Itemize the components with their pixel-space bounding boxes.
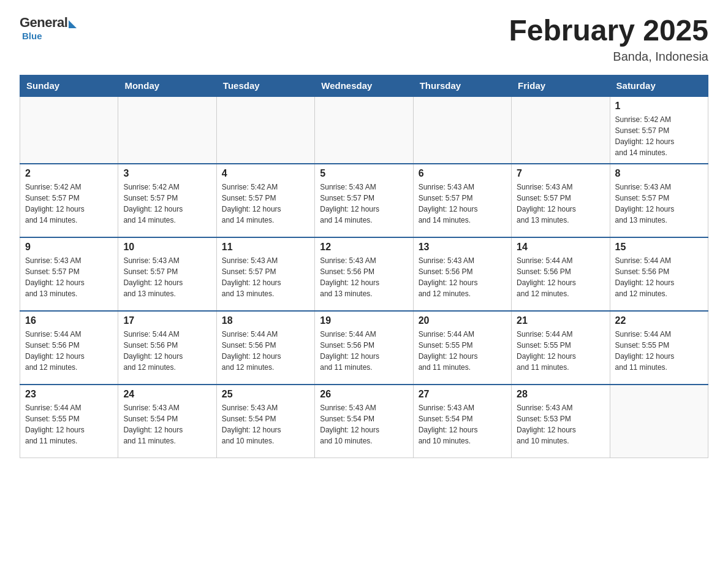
month-title: February 2025 (509, 15, 708, 47)
day-number: 20 (419, 315, 506, 326)
day-info: Sunrise: 5:44 AMSunset: 5:56 PMDaylight:… (25, 329, 113, 373)
day-info: Sunrise: 5:44 AMSunset: 5:56 PMDaylight:… (320, 329, 408, 373)
calendar-cell: 18Sunrise: 5:44 AMSunset: 5:56 PMDayligh… (216, 311, 314, 385)
day-number: 23 (25, 389, 113, 400)
day-info: Sunrise: 5:44 AMSunset: 5:56 PMDaylight:… (123, 329, 211, 373)
calendar-cell: 1Sunrise: 5:42 AMSunset: 5:57 PMDaylight… (610, 96, 708, 164)
calendar-cell: 16Sunrise: 5:44 AMSunset: 5:56 PMDayligh… (20, 311, 118, 385)
calendar-week-row: 1Sunrise: 5:42 AMSunset: 5:57 PMDaylight… (20, 96, 708, 164)
day-number: 3 (123, 168, 211, 179)
day-info: Sunrise: 5:43 AMSunset: 5:57 PMDaylight:… (419, 182, 506, 226)
calendar-cell (610, 385, 708, 458)
day-info: Sunrise: 5:42 AMSunset: 5:57 PMDaylight:… (222, 182, 309, 226)
day-info: Sunrise: 5:43 AMSunset: 5:56 PMDaylight:… (419, 255, 506, 299)
calendar-cell: 8Sunrise: 5:43 AMSunset: 5:57 PMDaylight… (610, 164, 708, 237)
calendar-cell: 19Sunrise: 5:44 AMSunset: 5:56 PMDayligh… (315, 311, 413, 385)
day-number: 24 (123, 389, 211, 400)
calendar-cell: 2Sunrise: 5:42 AMSunset: 5:57 PMDaylight… (20, 164, 118, 237)
day-number: 10 (123, 242, 211, 253)
weekday-header-wednesday: Wednesday (315, 75, 413, 96)
calendar-cell: 7Sunrise: 5:43 AMSunset: 5:57 PMDaylight… (512, 164, 610, 237)
calendar-cell (216, 96, 314, 164)
calendar-week-row: 2Sunrise: 5:42 AMSunset: 5:57 PMDaylight… (20, 164, 708, 237)
day-info: Sunrise: 5:44 AMSunset: 5:55 PMDaylight:… (25, 402, 113, 446)
calendar-week-row: 23Sunrise: 5:44 AMSunset: 5:55 PMDayligh… (20, 385, 708, 458)
title-area: February 2025 Banda, Indonesia (509, 15, 708, 64)
day-number: 9 (25, 242, 113, 253)
calendar-cell: 23Sunrise: 5:44 AMSunset: 5:55 PMDayligh… (20, 385, 118, 458)
calendar-cell: 28Sunrise: 5:43 AMSunset: 5:53 PMDayligh… (512, 385, 610, 458)
day-number: 12 (320, 242, 408, 253)
day-number: 17 (123, 315, 211, 326)
weekday-header-monday: Monday (118, 75, 216, 96)
weekday-header-thursday: Thursday (413, 75, 511, 96)
weekday-header-saturday: Saturday (610, 75, 708, 96)
day-info: Sunrise: 5:43 AMSunset: 5:57 PMDaylight:… (517, 182, 604, 226)
day-info: Sunrise: 5:43 AMSunset: 5:57 PMDaylight:… (25, 255, 113, 299)
day-number: 8 (615, 168, 703, 179)
day-number: 11 (222, 242, 309, 253)
weekday-header-friday: Friday (512, 75, 610, 96)
calendar-cell: 27Sunrise: 5:43 AMSunset: 5:54 PMDayligh… (413, 385, 511, 458)
calendar-cell: 15Sunrise: 5:44 AMSunset: 5:56 PMDayligh… (610, 237, 708, 311)
day-number: 16 (25, 315, 113, 326)
day-info: Sunrise: 5:43 AMSunset: 5:54 PMDaylight:… (222, 402, 309, 446)
calendar-cell: 4Sunrise: 5:42 AMSunset: 5:57 PMDaylight… (216, 164, 314, 237)
day-info: Sunrise: 5:44 AMSunset: 5:55 PMDaylight:… (615, 329, 703, 373)
day-info: Sunrise: 5:43 AMSunset: 5:54 PMDaylight:… (419, 402, 506, 446)
calendar-cell: 5Sunrise: 5:43 AMSunset: 5:57 PMDaylight… (315, 164, 413, 237)
calendar-cell (20, 96, 118, 164)
calendar-cell: 12Sunrise: 5:43 AMSunset: 5:56 PMDayligh… (315, 237, 413, 311)
calendar-cell: 14Sunrise: 5:44 AMSunset: 5:56 PMDayligh… (512, 237, 610, 311)
calendar-cell: 25Sunrise: 5:43 AMSunset: 5:54 PMDayligh… (216, 385, 314, 458)
day-number: 6 (419, 168, 506, 179)
day-info: Sunrise: 5:43 AMSunset: 5:53 PMDaylight:… (517, 402, 604, 446)
weekday-header-sunday: Sunday (20, 75, 118, 96)
calendar-cell: 11Sunrise: 5:43 AMSunset: 5:57 PMDayligh… (216, 237, 314, 311)
calendar-cell: 13Sunrise: 5:43 AMSunset: 5:56 PMDayligh… (413, 237, 511, 311)
day-number: 7 (517, 168, 604, 179)
day-info: Sunrise: 5:44 AMSunset: 5:56 PMDaylight:… (517, 255, 604, 299)
day-number: 5 (320, 168, 408, 179)
weekday-header-row: SundayMondayTuesdayWednesdayThursdayFrid… (20, 75, 708, 96)
calendar-cell (315, 96, 413, 164)
calendar-cell: 6Sunrise: 5:43 AMSunset: 5:57 PMDaylight… (413, 164, 511, 237)
calendar-cell (118, 96, 216, 164)
calendar-cell: 20Sunrise: 5:44 AMSunset: 5:55 PMDayligh… (413, 311, 511, 385)
day-number: 18 (222, 315, 309, 326)
day-number: 21 (517, 315, 604, 326)
calendar-week-row: 9Sunrise: 5:43 AMSunset: 5:57 PMDaylight… (20, 237, 708, 311)
day-number: 1 (615, 101, 703, 112)
location-text: Banda, Indonesia (509, 50, 708, 64)
day-number: 22 (615, 315, 703, 326)
day-info: Sunrise: 5:44 AMSunset: 5:56 PMDaylight:… (615, 255, 703, 299)
day-info: Sunrise: 5:44 AMSunset: 5:55 PMDaylight:… (419, 329, 506, 373)
logo-general-text: General (20, 15, 67, 31)
day-info: Sunrise: 5:43 AMSunset: 5:57 PMDaylight:… (222, 255, 309, 299)
day-info: Sunrise: 5:43 AMSunset: 5:57 PMDaylight:… (615, 182, 703, 226)
day-info: Sunrise: 5:42 AMSunset: 5:57 PMDaylight:… (123, 182, 211, 226)
day-info: Sunrise: 5:43 AMSunset: 5:54 PMDaylight:… (123, 402, 211, 446)
page-header: General Blue February 2025 Banda, Indone… (20, 15, 708, 64)
day-info: Sunrise: 5:43 AMSunset: 5:57 PMDaylight:… (320, 182, 408, 226)
day-number: 15 (615, 242, 703, 253)
day-number: 26 (320, 389, 408, 400)
calendar-cell: 22Sunrise: 5:44 AMSunset: 5:55 PMDayligh… (610, 311, 708, 385)
calendar-cell (512, 96, 610, 164)
day-info: Sunrise: 5:43 AMSunset: 5:57 PMDaylight:… (123, 255, 211, 299)
day-number: 25 (222, 389, 309, 400)
day-info: Sunrise: 5:42 AMSunset: 5:57 PMDaylight:… (615, 114, 703, 158)
day-number: 13 (419, 242, 506, 253)
day-info: Sunrise: 5:43 AMSunset: 5:56 PMDaylight:… (320, 255, 408, 299)
calendar-week-row: 16Sunrise: 5:44 AMSunset: 5:56 PMDayligh… (20, 311, 708, 385)
day-number: 2 (25, 168, 113, 179)
calendar-cell (413, 96, 511, 164)
day-info: Sunrise: 5:44 AMSunset: 5:56 PMDaylight:… (222, 329, 309, 373)
day-number: 14 (517, 242, 604, 253)
logo: General Blue (20, 15, 77, 41)
calendar-cell: 21Sunrise: 5:44 AMSunset: 5:55 PMDayligh… (512, 311, 610, 385)
calendar-cell: 17Sunrise: 5:44 AMSunset: 5:56 PMDayligh… (118, 311, 216, 385)
logo-arrow-icon (69, 20, 77, 28)
day-info: Sunrise: 5:43 AMSunset: 5:54 PMDaylight:… (320, 402, 408, 446)
day-number: 28 (517, 389, 604, 400)
